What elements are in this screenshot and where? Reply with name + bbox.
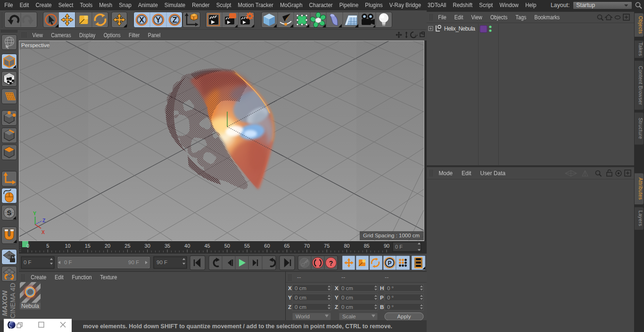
svg-text:CINEMA 4D: CINEMA 4D bbox=[9, 283, 17, 318]
svg-text:0 °: 0 ° bbox=[387, 285, 394, 291]
svg-text:0 °: 0 ° bbox=[387, 304, 394, 310]
svg-text:0 cm: 0 cm bbox=[341, 285, 353, 291]
svg-text:Z: Z bbox=[42, 218, 46, 223]
svg-text:0 cm: 0 cm bbox=[341, 295, 353, 300]
svg-text:B: B bbox=[380, 304, 384, 310]
svg-text:0 cm: 0 cm bbox=[295, 304, 306, 310]
svg-text:Perspective: Perspective bbox=[21, 42, 50, 48]
svg-text:P: P bbox=[380, 295, 384, 300]
svg-text:90 F: 90 F bbox=[128, 259, 139, 265]
svg-text:35: 35 bbox=[165, 243, 170, 249]
svg-text:60: 60 bbox=[264, 243, 270, 249]
svg-text:Y: Y bbox=[156, 16, 161, 24]
svg-text:S: S bbox=[7, 209, 11, 217]
svg-text:X: X bbox=[335, 285, 339, 291]
svg-text:40: 40 bbox=[184, 243, 190, 249]
svg-text:45: 45 bbox=[204, 243, 210, 249]
svg-text:15: 15 bbox=[85, 243, 91, 249]
svg-text:?: ? bbox=[329, 259, 333, 267]
svg-text:0 cm: 0 cm bbox=[295, 285, 306, 291]
svg-text:75: 75 bbox=[324, 243, 330, 249]
svg-text:85: 85 bbox=[364, 243, 370, 249]
svg-text:0 F: 0 F bbox=[395, 244, 403, 250]
svg-text:Helix_Nebula: Helix_Nebula bbox=[444, 25, 475, 32]
svg-text:H: H bbox=[380, 285, 384, 291]
svg-text:55: 55 bbox=[244, 243, 250, 249]
svg-text:Scale: Scale bbox=[342, 314, 356, 319]
svg-text:25: 25 bbox=[124, 243, 130, 249]
svg-text:MAXON: MAXON bbox=[1, 291, 8, 316]
svg-text:X: X bbox=[288, 285, 292, 291]
svg-text:Y: Y bbox=[288, 295, 292, 300]
svg-text:0 F: 0 F bbox=[64, 259, 72, 265]
svg-text:30: 30 bbox=[145, 243, 150, 249]
svg-text:P: P bbox=[388, 260, 391, 267]
svg-text:0 cm: 0 cm bbox=[295, 295, 306, 300]
svg-text:0 F: 0 F bbox=[24, 259, 32, 265]
svg-text:0 °: 0 ° bbox=[387, 295, 394, 300]
svg-text:0: 0 bbox=[26, 243, 29, 249]
svg-text:Grid Spacing : 1000 cm: Grid Spacing : 1000 cm bbox=[363, 233, 420, 238]
svg-text:5: 5 bbox=[46, 243, 49, 249]
svg-text:Z: Z bbox=[172, 16, 177, 24]
svg-text:90 F: 90 F bbox=[157, 259, 167, 265]
svg-text:Apply: Apply bbox=[397, 314, 411, 319]
svg-text:20: 20 bbox=[105, 243, 110, 249]
svg-text:50: 50 bbox=[224, 243, 230, 249]
svg-text:10: 10 bbox=[65, 243, 70, 249]
svg-text:Z: Z bbox=[288, 304, 291, 310]
svg-text:65: 65 bbox=[284, 243, 289, 249]
svg-text:0 cm: 0 cm bbox=[341, 304, 353, 310]
svg-text:70: 70 bbox=[304, 243, 310, 249]
svg-text:X: X bbox=[41, 229, 45, 235]
svg-text:80: 80 bbox=[344, 243, 349, 249]
svg-text:World: World bbox=[296, 314, 310, 319]
svg-text:Z: Z bbox=[335, 304, 338, 310]
svg-text:Y: Y bbox=[33, 211, 36, 216]
svg-text:90: 90 bbox=[384, 243, 389, 249]
svg-text:X: X bbox=[139, 16, 144, 24]
svg-text:Y: Y bbox=[335, 295, 339, 300]
